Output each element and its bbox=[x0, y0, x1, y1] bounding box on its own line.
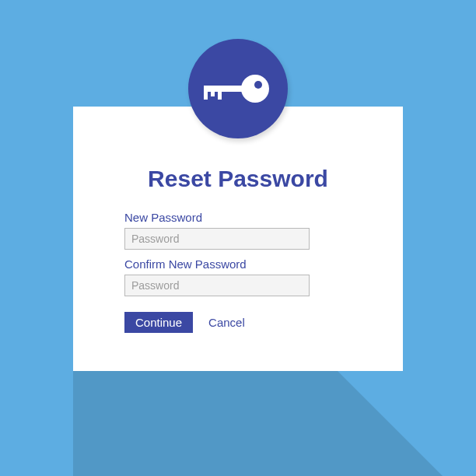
reset-password-card: Reset Password New Password Confirm New … bbox=[73, 107, 403, 371]
reset-password-form: New Password Confirm New Password Contin… bbox=[124, 209, 352, 333]
new-password-label: New Password bbox=[124, 211, 352, 224]
svg-rect-3 bbox=[211, 86, 215, 96]
svg-point-0 bbox=[241, 75, 269, 103]
svg-point-5 bbox=[254, 81, 262, 89]
continue-button[interactable]: Continue bbox=[124, 312, 193, 333]
svg-rect-4 bbox=[218, 86, 222, 100]
key-icon bbox=[199, 65, 277, 112]
page-title: Reset Password bbox=[124, 166, 352, 192]
key-badge bbox=[188, 39, 288, 138]
confirm-password-input[interactable] bbox=[124, 275, 310, 296]
new-password-input[interactable] bbox=[124, 228, 310, 250]
form-actions: Continue Cancel bbox=[124, 312, 352, 333]
cancel-link[interactable]: Cancel bbox=[208, 316, 245, 329]
svg-rect-1 bbox=[204, 86, 244, 92]
svg-rect-2 bbox=[204, 86, 208, 100]
confirm-password-label: Confirm New Password bbox=[124, 257, 352, 271]
